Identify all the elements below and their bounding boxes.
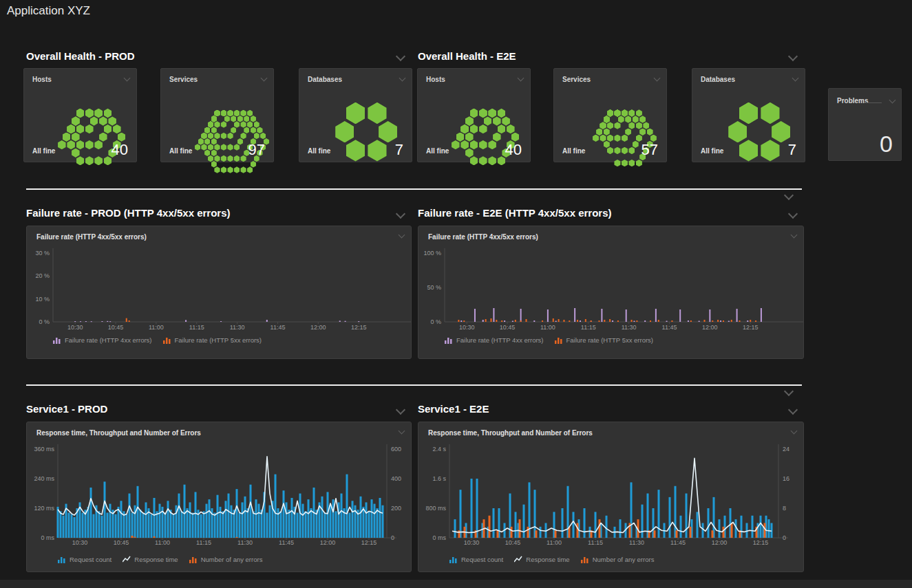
hexagon-status-icon xyxy=(772,121,790,142)
bar xyxy=(717,320,719,322)
bar xyxy=(654,530,656,538)
tile-label: Databases xyxy=(308,76,342,83)
x-axis-tick-label: 10:30 xyxy=(72,539,88,546)
hexagon-status-icon xyxy=(604,141,610,148)
y-axis-tick-label: 0 ms xyxy=(432,534,446,541)
legend-item[interactable]: Response time xyxy=(514,556,569,563)
bar xyxy=(688,320,689,322)
bar xyxy=(636,320,637,322)
chevron-down-icon[interactable] xyxy=(788,405,798,415)
hexagon-status-icon xyxy=(227,133,233,140)
legend-label: Failure rate (HTTP 4xx errors) xyxy=(65,336,152,344)
bottom-strip xyxy=(0,580,912,588)
bar xyxy=(255,499,257,538)
chevron-down-icon[interactable] xyxy=(396,405,405,415)
bar xyxy=(382,505,384,538)
hexagon-status-icon xyxy=(622,109,628,116)
hexagon-status-icon xyxy=(118,133,126,142)
tile-label: Services xyxy=(562,76,591,83)
chevron-down-icon[interactable] xyxy=(124,75,131,82)
hexagon-status-icon xyxy=(479,140,487,149)
legend-item[interactable]: Failure rate (HTTP 5xx errors) xyxy=(163,336,262,344)
chevron-down-icon[interactable] xyxy=(396,52,405,61)
x-axis-tick-label: 11:30 xyxy=(237,539,253,546)
bar xyxy=(675,486,677,538)
bar xyxy=(206,504,208,538)
legend-item[interactable]: Request count xyxy=(58,556,112,563)
bar xyxy=(493,308,494,322)
y-axis-right-tick-label: 400 xyxy=(391,475,401,482)
hexagon-status-icon xyxy=(237,116,243,122)
legend-item[interactable]: Number of any errors xyxy=(581,556,655,563)
hexagon-status-icon xyxy=(72,116,80,125)
line-series-icon xyxy=(514,556,522,563)
hexagon-status-icon xyxy=(221,144,226,151)
bar xyxy=(288,510,290,538)
bar xyxy=(214,512,216,538)
bar xyxy=(85,321,87,322)
tile-count: 40 xyxy=(112,141,128,159)
bar xyxy=(363,507,365,538)
bar xyxy=(644,320,646,322)
hexagon-status-icon xyxy=(622,160,628,166)
chevron-down-icon[interactable] xyxy=(788,52,798,61)
hexagon-status-icon xyxy=(94,156,103,165)
y-axis-right-tick-label: 24 xyxy=(783,446,789,453)
bar xyxy=(170,510,172,538)
chevron-down-icon[interactable] xyxy=(792,75,799,82)
legend-item[interactable]: Response time xyxy=(123,556,178,563)
bar xyxy=(669,497,671,538)
hexagon-status-icon xyxy=(108,116,116,125)
health-tile-prod-hosts[interactable]: HostsAll fine40 xyxy=(23,68,137,162)
health-tile-e2e-services[interactable]: ServicesAll fine57 xyxy=(553,68,667,162)
hexagon-status-icon xyxy=(636,109,642,116)
hexagon-status-icon xyxy=(76,156,85,165)
bar xyxy=(368,511,370,538)
health-tile-prod-services[interactable]: ServicesAll fine97 xyxy=(160,68,274,162)
legend-item[interactable]: Number of any errors xyxy=(189,556,263,563)
legend-item[interactable]: Failure rate (HTTP 4xx errors) xyxy=(445,336,544,344)
section-title-service-prod: Service1 - PROD xyxy=(26,403,107,415)
problems-tile[interactable]: Problems 0 xyxy=(828,88,902,161)
bar xyxy=(686,493,688,538)
hexagon-status-icon xyxy=(221,110,226,117)
legend-item[interactable]: Failure rate (HTTP 4xx errors) xyxy=(53,336,152,344)
bar-series-icon xyxy=(189,556,198,563)
hexagon-status-icon xyxy=(251,161,256,168)
chevron-down-icon[interactable] xyxy=(784,190,794,200)
bar xyxy=(137,486,139,538)
legend-item[interactable]: Failure rate (HTTP 5xx errors) xyxy=(555,336,654,344)
hexagon-status-icon xyxy=(214,144,220,151)
x-axis-tick-label: 10:30 xyxy=(459,324,475,331)
hex-cluster xyxy=(554,84,666,142)
health-tile-prod-databases[interactable]: DatabasesAll fine7 xyxy=(299,68,412,162)
health-tile-e2e-databases[interactable]: DatabasesAll fine7 xyxy=(692,68,805,162)
x-axis-tick-label: 10:30 xyxy=(67,324,83,331)
chevron-down-icon[interactable] xyxy=(261,75,268,82)
hexagon-status-icon xyxy=(104,109,112,118)
dashboard: Application XYZ Overall Health - PROD Ov… xyxy=(0,0,912,588)
health-tile-e2e-hosts[interactable]: HostsAll fine40 xyxy=(417,68,531,162)
legend-item[interactable]: Request count xyxy=(449,556,503,563)
chevron-down-icon[interactable] xyxy=(788,209,798,219)
bar xyxy=(165,512,167,538)
chevron-down-icon[interactable] xyxy=(889,97,896,104)
bar xyxy=(460,320,462,322)
bar xyxy=(523,505,525,538)
hexagon-status-icon xyxy=(260,133,266,140)
chevron-down-icon[interactable] xyxy=(518,75,524,82)
y-axis-tick-label: 800 ms xyxy=(425,505,446,512)
bar xyxy=(476,479,478,538)
hexagon-status-icon xyxy=(234,144,240,151)
chevron-down-icon[interactable] xyxy=(399,75,406,82)
chevron-down-icon[interactable] xyxy=(784,386,794,396)
hexagon-status-icon xyxy=(498,109,506,118)
legend-label: Number of any errors xyxy=(201,556,263,563)
bar xyxy=(580,320,581,322)
hexagon-status-icon xyxy=(85,140,94,149)
chevron-down-icon[interactable] xyxy=(396,209,405,219)
bar xyxy=(731,523,733,538)
chevron-down-icon[interactable] xyxy=(654,75,661,82)
bar xyxy=(626,309,627,322)
bar-series-icon xyxy=(53,336,61,344)
